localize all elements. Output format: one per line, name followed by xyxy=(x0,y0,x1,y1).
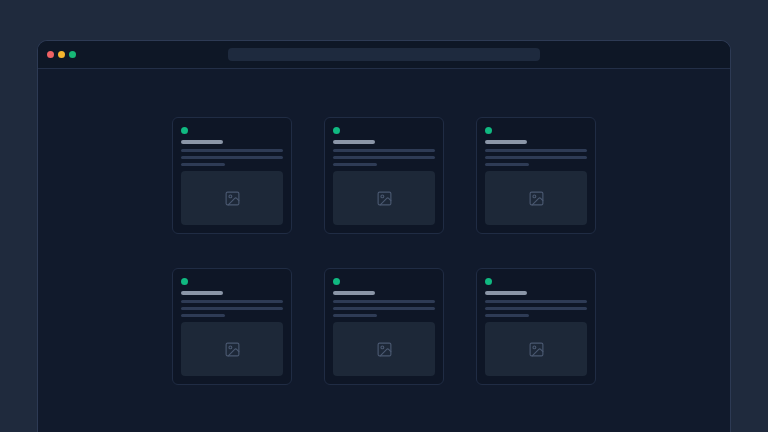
browser-window xyxy=(37,40,731,432)
status-dot xyxy=(485,278,492,285)
skeleton-text-line xyxy=(333,300,435,303)
card-grid xyxy=(38,69,730,385)
image-icon xyxy=(224,190,241,207)
skeleton-title-line xyxy=(333,140,375,144)
skeleton-text-line xyxy=(333,163,377,166)
image-placeholder xyxy=(333,171,435,225)
card[interactable] xyxy=(476,268,596,385)
skeleton-title-line xyxy=(333,291,375,295)
status-dot xyxy=(181,127,188,134)
skeleton-text-line xyxy=(485,163,529,166)
card[interactable] xyxy=(324,117,444,234)
image-icon xyxy=(376,341,393,358)
image-icon xyxy=(528,341,545,358)
card[interactable] xyxy=(172,117,292,234)
image-icon xyxy=(376,190,393,207)
status-dot xyxy=(181,278,188,285)
skeleton-title-line xyxy=(181,291,223,295)
skeleton-text-line xyxy=(485,300,587,303)
skeleton-text-line xyxy=(333,307,435,310)
skeleton-text-line xyxy=(485,156,587,159)
skeleton-title-line xyxy=(181,140,223,144)
status-dot xyxy=(485,127,492,134)
card[interactable] xyxy=(324,268,444,385)
window-titlebar xyxy=(38,41,730,69)
skeleton-text-line xyxy=(181,314,225,317)
skeleton-text-line xyxy=(181,300,283,303)
image-placeholder xyxy=(485,171,587,225)
skeleton-text-line xyxy=(181,163,225,166)
status-dot xyxy=(333,127,340,134)
close-window-button[interactable] xyxy=(47,51,54,58)
skeleton-text-line xyxy=(333,149,435,152)
skeleton-text-line xyxy=(333,314,377,317)
address-bar[interactable] xyxy=(228,48,540,61)
skeleton-text-line xyxy=(181,149,283,152)
image-icon xyxy=(528,190,545,207)
image-placeholder xyxy=(181,322,283,376)
skeleton-text-line xyxy=(485,149,587,152)
card[interactable] xyxy=(476,117,596,234)
card[interactable] xyxy=(172,268,292,385)
skeleton-text-line xyxy=(333,156,435,159)
image-placeholder xyxy=(333,322,435,376)
zoom-window-button[interactable] xyxy=(69,51,76,58)
status-dot xyxy=(333,278,340,285)
image-placeholder xyxy=(485,322,587,376)
skeleton-text-line xyxy=(485,314,529,317)
skeleton-title-line xyxy=(485,291,527,295)
image-placeholder xyxy=(181,171,283,225)
skeleton-text-line xyxy=(485,307,587,310)
window-controls xyxy=(47,41,76,68)
skeleton-text-line xyxy=(181,156,283,159)
minimize-window-button[interactable] xyxy=(58,51,65,58)
skeleton-text-line xyxy=(181,307,283,310)
image-icon xyxy=(224,341,241,358)
skeleton-title-line xyxy=(485,140,527,144)
